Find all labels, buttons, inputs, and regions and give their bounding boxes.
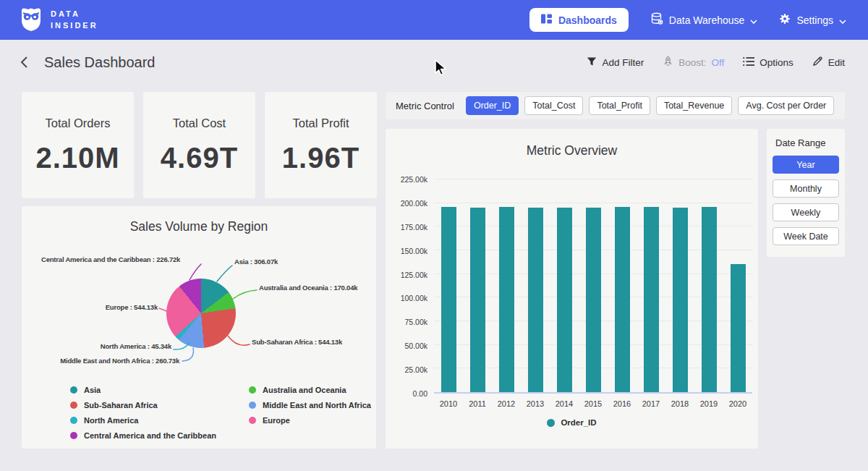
- x-axis-label: 2011: [463, 399, 492, 408]
- rocket-icon: [663, 56, 673, 69]
- x-axis-label: 2017: [637, 399, 665, 408]
- bar-2019[interactable]: [702, 207, 717, 392]
- date-range-button-year[interactable]: Year: [773, 156, 839, 174]
- legend-item-europe[interactable]: Europe: [249, 416, 371, 425]
- chevron-down-icon: [750, 14, 757, 26]
- owl-logo-icon: [19, 6, 43, 35]
- back-button[interactable]: [20, 56, 28, 69]
- nav-data-warehouse[interactable]: Data Warehouse: [650, 12, 758, 27]
- legend-item-middle-east-and-north-africa[interactable]: Middle East and North Africa: [249, 401, 371, 410]
- x-axis-label: 2020: [723, 399, 752, 408]
- top-nav: DATA INSIDER Dashboards: [0, 0, 868, 40]
- bar-chart-legend[interactable]: Order_ID: [386, 418, 758, 427]
- metric-control-bar: Metric Control Order_IDTotal_CostTotal_P…: [386, 92, 845, 119]
- brand-logo[interactable]: DATA INSIDER: [19, 6, 98, 35]
- sales-volume-pie-panel: Sales Volume by Region Asia : 306.07k Au…: [22, 206, 376, 449]
- bar-2016[interactable]: [615, 207, 630, 392]
- page-title: Sales Dashboard: [44, 54, 155, 71]
- bar-chart-plot-area: [434, 179, 752, 394]
- bar-2015[interactable]: [586, 208, 601, 392]
- dashboard-grid-icon: [541, 14, 552, 26]
- y-axis-tick: 225.00k: [401, 175, 427, 184]
- nav-settings[interactable]: Settings: [779, 13, 846, 27]
- legend-dot: [249, 417, 256, 424]
- kpi-card-total-profit: Total Profit 1.96T: [265, 92, 377, 198]
- add-filter-label: Add Filter: [602, 57, 644, 68]
- page-header: Sales Dashboard Add Filter Boost: Off: [0, 40, 868, 85]
- bar-column: [579, 179, 608, 392]
- legend-label: North America: [84, 416, 138, 425]
- metric-button-order-id[interactable]: Order_ID: [466, 96, 519, 115]
- options-button[interactable]: Options: [743, 56, 793, 69]
- x-axis-label: 2010: [434, 399, 463, 408]
- x-axis-label: 2018: [665, 399, 694, 408]
- nav-dashboards-label: Dashboards: [558, 14, 617, 26]
- kpi-label: Total Cost: [143, 116, 255, 130]
- date-range-button-week-date[interactable]: Week Date: [773, 227, 839, 245]
- metric-button-group: Order_IDTotal_CostTotal_ProfitTotal_Reve…: [466, 96, 834, 115]
- boost-toggle[interactable]: Boost: Off: [663, 56, 724, 69]
- bar-2012[interactable]: [499, 207, 514, 392]
- pie-label-central-america-caribbean: Central America and the Caribbean : 226.…: [41, 255, 180, 263]
- pie-label-europe: Europe : 544.13k: [106, 303, 158, 311]
- bar-2014[interactable]: [557, 208, 572, 392]
- bar-column: [665, 179, 694, 392]
- date-range-button-group: YearMonthlyWeeklyWeek Date: [767, 156, 845, 245]
- kpi-label: Total Profit: [265, 116, 377, 130]
- y-axis-tick: 0.00: [413, 389, 427, 398]
- bar-2013[interactable]: [528, 208, 543, 392]
- legend-item-north-america[interactable]: North America: [70, 416, 216, 425]
- database-icon: [650, 12, 663, 27]
- pencil-icon: [812, 56, 823, 69]
- date-range-label: Date Range: [775, 137, 845, 148]
- y-axis: 0.0025.00k50.00k75.00k100.00k125.00k150.…: [387, 179, 427, 394]
- nav-data-warehouse-label: Data Warehouse: [669, 14, 745, 26]
- pie-legend-column-1: AsiaSub-Saharan AfricaNorth AmericaCentr…: [70, 386, 216, 440]
- date-range-button-weekly[interactable]: Weekly: [773, 203, 839, 221]
- x-axis-label: 2012: [492, 399, 521, 408]
- bar-2020[interactable]: [731, 264, 746, 392]
- metric-button-total-profit[interactable]: Total_Profit: [589, 96, 650, 115]
- bar-2010[interactable]: [441, 207, 456, 392]
- bar-column: [694, 179, 723, 392]
- metric-button-total-cost[interactable]: Total_Cost: [524, 96, 583, 115]
- x-axis-label: 2014: [550, 399, 579, 408]
- edit-button[interactable]: Edit: [812, 56, 845, 69]
- legend-item-asia[interactable]: Asia: [70, 386, 216, 394]
- legend-dot: [70, 432, 77, 439]
- bar-2018[interactable]: [673, 208, 688, 392]
- x-axis-label: 2016: [608, 399, 637, 408]
- bar-2017[interactable]: [644, 207, 659, 392]
- bar-series: [434, 179, 752, 392]
- bar-column: [723, 179, 752, 392]
- metric-button-total-revenue[interactable]: Total_Revenue: [656, 96, 732, 115]
- y-axis-tick: 150.00k: [401, 247, 427, 255]
- add-filter-button[interactable]: Add Filter: [587, 56, 644, 69]
- metric-button-avg-cost-per-order[interactable]: Avg. Cost per Order: [738, 96, 834, 115]
- gear-icon: [779, 13, 791, 27]
- legend-item-sub-saharan-africa[interactable]: Sub-Saharan Africa: [70, 401, 216, 410]
- pie-chart-title: Sales Volume by Region: [22, 219, 376, 234]
- kpi-value: 4.69T: [143, 142, 255, 174]
- legend-label: Order_ID: [561, 418, 596, 427]
- date-range-button-monthly[interactable]: Monthly: [773, 179, 839, 198]
- bar-column: [434, 179, 463, 392]
- pie-label-australia-oceania: Australia and Oceania : 170.04k: [259, 284, 357, 292]
- kpi-card-total-cost: Total Cost 4.69T: [143, 92, 255, 198]
- pie-chart[interactable]: [166, 279, 236, 348]
- legend-dot: [547, 419, 555, 427]
- nav-dashboards-button[interactable]: Dashboards: [529, 8, 629, 32]
- brand-line1: DATA: [51, 9, 98, 20]
- kpi-value: 2.10M: [22, 142, 134, 174]
- options-label: Options: [760, 57, 793, 68]
- legend-label: Central America and the Caribbean: [84, 431, 216, 440]
- edit-label: Edit: [828, 57, 845, 68]
- bar-2011[interactable]: [470, 208, 485, 392]
- y-axis-tick: 25.00k: [404, 365, 427, 374]
- filter-funnel-icon: [587, 56, 597, 69]
- pie-label-middle-east-north-africa: Middle East and North Africa : 260.73k: [60, 357, 179, 365]
- bar-column: [463, 179, 492, 392]
- legend-item-central-america-and-the-caribbean[interactable]: Central America and the Caribbean: [70, 431, 216, 440]
- legend-dot: [70, 402, 77, 409]
- legend-item-australia-and-oceania[interactable]: Australia and Oceania: [249, 386, 371, 394]
